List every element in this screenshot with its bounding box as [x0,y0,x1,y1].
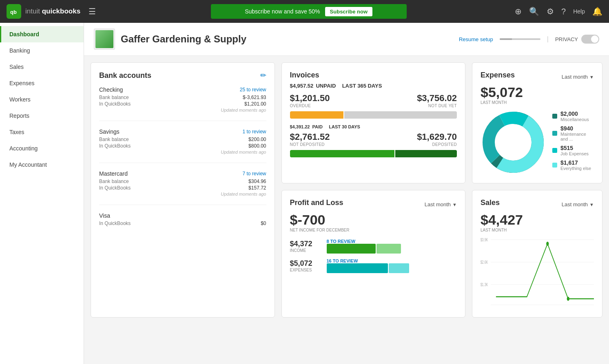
sidebar-item-workers[interactable]: Workers [0,91,84,108]
in-qb-row: In QuickBooks $1,201.00 [99,101,266,107]
help-circle-icon[interactable]: ? [561,7,566,16]
add-icon[interactable]: ⊕ [515,7,522,16]
help-label[interactable]: Help [573,8,585,15]
sidebar-item-expenses[interactable]: Expenses [0,75,84,91]
edit-icon[interactable]: ✏ [260,71,266,80]
expenses-body: $2,000 Miscellaneous $940 Maintenance an… [481,110,594,175]
bank-account-name: Savings [99,128,120,135]
sidebar-item-taxes[interactable]: Taxes [0,124,84,140]
income-bar-hatched [376,244,401,254]
sidebar-item-banking[interactable]: Banking [0,42,84,59]
profit-loss-card: Profit and Loss Last month ▼ $-700 NET I… [281,190,466,318]
setup-progress-bar [500,38,540,40]
privacy-toggle[interactable]: PRIVACY [555,35,599,44]
expenses-bar-hatched [389,263,409,273]
expenses-bar-area: 16 TO REVIEW [327,258,457,273]
bank-account-header: Visa [99,212,266,219]
quickbooks-logo: qb [7,4,21,19]
pl-title: Profit and Loss [290,199,343,207]
sales-total-label: LAST MONTH [481,228,594,232]
dropdown-arrow-icon: ▼ [452,202,457,207]
updated-row: Updated moments ago [99,108,266,113]
app-body: Dashboard Banking Sales Expenses Workers… [0,23,609,364]
svg-point-6 [495,124,531,160]
sidebar-item-label: Workers [9,96,31,103]
bank-balance-row: Bank balance $304.96 [99,179,266,184]
expenses-filter-button[interactable]: Last month ▼ [562,74,594,80]
in-qb-row: In QuickBooks $800.00 [99,143,266,149]
svg-point-15 [567,297,569,301]
overdue-label: OVERDUE [290,104,330,108]
sidebar-item-accounting[interactable]: Accounting [0,140,84,157]
not-deposited-label: NOT DEPOSITED [290,142,330,147]
legend-item-job-expenses: $515 Job Expenses [552,145,594,156]
logo-area[interactable]: qb intuit quickbooks [7,4,80,19]
to-review-link[interactable]: 25 to review [240,87,266,93]
sidebar-item-label: Accounting [9,145,38,152]
sidebar-item-label: Dashboard [9,31,39,38]
bank-balance-row: Bank balance $200.00 [99,137,266,142]
in-qb-row: In QuickBooks $157.72 [99,185,266,191]
sidebar-item-my-accountant[interactable]: My Accountant [0,157,84,173]
bank-account-name: Checking [99,86,123,93]
subscribe-button[interactable]: Subscribe now [325,7,372,16]
sales-title: Sales [481,199,500,207]
sidebar-item-label: Sales [9,64,24,70]
svg-text:$1.3K: $1.3K [481,282,488,287]
bank-account-mastercard: Mastercard 7 to review Bank balance $304… [99,170,266,205]
pl-filter-button[interactable]: Last month ▼ [425,201,457,207]
sales-filter-button[interactable]: Last month ▼ [562,201,594,207]
sales-total-amount: $4,427 [481,212,594,228]
income-to-review: 8 TO REVIEW [327,239,356,244]
to-review-link[interactable]: 1 to review [242,129,266,135]
paid-period: LAST 30 DAYS [329,124,360,129]
page-header: Gaffer Gardening & Supply Resume setup |… [84,23,609,56]
svg-text:$2.6K: $2.6K [481,260,488,265]
sidebar-item-reports[interactable]: Reports [0,108,84,124]
sidebar-item-sales[interactable]: Sales [0,59,84,75]
search-icon[interactable]: 🔍 [529,7,539,16]
bank-balance-row: Bank balance $-3,621.93 [99,95,266,100]
not-due-amount: $3,756.02 [417,93,457,104]
unpaid-period: LAST 365 DAYS [342,83,382,89]
paid-section: $4,391.22 PAID LAST 30 DAYS $2,761.52 NO… [290,124,457,157]
sidebar-item-label: Expenses [9,80,34,86]
paid-label-text: PAID [312,124,323,129]
settings-icon[interactable]: ⚙ [547,7,554,16]
sales-header: Sales Last month ▼ [481,199,594,210]
page-title: Gaffer Gardening & Supply [121,33,246,45]
hamburger-menu-icon[interactable]: ☰ [89,7,96,16]
svg-point-14 [546,242,549,246]
top-navigation: qb intuit quickbooks ☰ Subscribe now and… [0,0,609,23]
to-review-link[interactable]: 7 to review [242,171,266,176]
expenses-title: Expenses [481,71,515,79]
bank-accounts-card: Bank accounts ✏ Checking 25 to review Ba… [91,62,275,318]
expenses-to-review: 16 TO REVIEW [327,258,358,263]
privacy-switch[interactable] [581,35,599,44]
pl-income-row: $4,372 INCOME 8 TO REVIEW [290,239,457,254]
notification-bell-icon[interactable]: 🔔 [592,7,602,16]
bank-accounts-title: Bank accounts [99,71,151,80]
sales-card: Sales Last month ▼ $4,427 LAST MONTH [472,190,602,318]
expenses-legend: $2,000 Miscellaneous $940 Maintenance an… [552,110,594,174]
income-label: INCOME [290,248,323,253]
bank-account-header: Checking 25 to review [99,86,266,93]
sales-filter-label: Last month [562,201,588,207]
promo-text: Subscribe now and save 50% [245,8,320,15]
pl-expenses-label: EXPENSES [290,268,323,272]
bank-header: Bank accounts ✏ [99,71,266,80]
in-qb-row: In QuickBooks $0 [99,221,266,226]
sidebar-item-dashboard[interactable]: Dashboard [0,26,84,42]
legend-color [552,148,557,153]
paid-amount: $4,391.22 [290,124,310,129]
not-deposited-bar-fill [290,150,395,157]
legend-color [552,131,557,136]
income-bar-area: 8 TO REVIEW [327,239,457,254]
resume-setup-link[interactable]: Resume setup [459,36,493,42]
pl-net-income: $-700 [290,212,457,228]
invoice-overdue-row: $1,201.50 OVERDUE $3,756.02 NOT DUE YET [290,93,457,108]
toggle-knob [591,35,598,43]
updated-row: Updated moments ago [99,192,266,196]
sidebar-item-label: My Accountant [9,161,47,168]
app-title: intuit quickbooks [25,7,80,15]
